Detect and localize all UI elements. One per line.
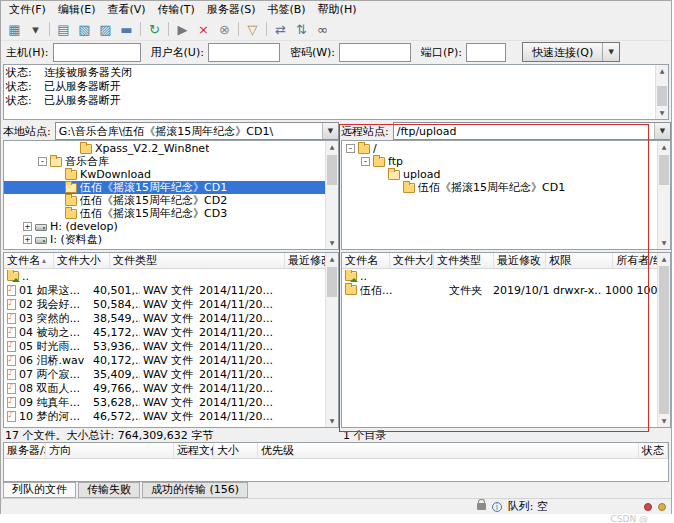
- scrollbar-thumb[interactable]: [659, 266, 669, 414]
- scroll-down-icon[interactable]: ▼: [656, 107, 668, 119]
- column-header[interactable]: 文件名▴: [4, 253, 54, 268]
- compare-button[interactable]: ⇄: [270, 19, 291, 39]
- scroll-up-icon[interactable]: ▲: [326, 141, 338, 153]
- tree-expander-icon[interactable]: +: [23, 235, 32, 244]
- tree-item[interactable]: 伍佰《摇滚15周年纪念》CD3: [4, 207, 338, 220]
- file-row[interactable]: ..: [4, 269, 338, 283]
- tree-item[interactable]: KwDownload: [4, 168, 338, 181]
- queue-tab[interactable]: 列队的文件: [3, 482, 76, 498]
- menu-item[interactable]: 传输(T): [152, 2, 201, 18]
- tree-item[interactable]: 伍佰《摇滚15周年纪念》CD2: [4, 194, 338, 207]
- filter-button[interactable]: ▽: [242, 19, 263, 39]
- password-input[interactable]: [339, 43, 411, 62]
- security-lock-icon[interactable]: [477, 503, 486, 510]
- tree-expander-icon[interactable]: -: [361, 157, 370, 166]
- tree-item[interactable]: - /: [342, 142, 670, 155]
- remote-list-scrollbar[interactable]: ▲ ▼: [657, 253, 670, 427]
- file-row[interactable]: 01 如果这... 40,501,... WAV 文件 2014/11/20..…: [4, 283, 338, 297]
- file-row[interactable]: 09 纯真年... 53,628,... WAV 文件 2014/11/20..…: [4, 395, 338, 409]
- scrollbar-thumb[interactable]: [657, 86, 667, 106]
- column-header[interactable]: 文件类型: [434, 253, 494, 268]
- local-list-scrollbar[interactable]: ▲ ▼: [325, 253, 338, 427]
- scroll-up-icon[interactable]: ▲: [326, 253, 338, 265]
- local-path-combobox[interactable]: G:\音乐合库\伍佰《摇滚15周年纪念》CD1\ ▼: [55, 122, 339, 140]
- file-row[interactable]: 10 梦的河... 46,572,... WAV 文件 2014/11/20..…: [4, 409, 338, 423]
- tree-item[interactable]: upload: [342, 168, 670, 181]
- column-header[interactable]: 最近修改: [494, 253, 546, 268]
- tree-item[interactable]: 伍佰《摇滚15周年纪念》CD1: [4, 181, 338, 194]
- tree-expander-icon[interactable]: [53, 196, 62, 205]
- menu-item[interactable]: 帮助(H): [312, 2, 363, 18]
- scroll-up-icon[interactable]: ▲: [656, 65, 668, 77]
- sync-browse-toggle[interactable]: ⇅: [291, 19, 312, 39]
- local-tree-scrollbar[interactable]: ▲ ▼: [325, 141, 338, 249]
- site-manager-dropdown[interactable]: ▾: [25, 19, 46, 39]
- scroll-up-icon[interactable]: ▲: [658, 141, 670, 153]
- message-log-toggle[interactable]: ▤: [53, 19, 74, 39]
- info-icon[interactable]: i: [492, 502, 502, 512]
- tree-expander-icon[interactable]: [53, 209, 62, 218]
- disconnect-button[interactable]: ⊗: [214, 19, 235, 39]
- column-header[interactable]: 文件大小: [390, 253, 434, 268]
- combo-dropdown-icon[interactable]: ▼: [654, 123, 670, 139]
- column-header[interactable]: 服务器/本地文件: [4, 443, 46, 458]
- menu-item[interactable]: 文件(F): [3, 2, 52, 18]
- scroll-down-icon[interactable]: ▼: [658, 415, 670, 427]
- file-row[interactable]: 伍佰... 文件夹 2019/10/1... drwxr-x... 1000 1…: [342, 283, 670, 297]
- menu-item[interactable]: 服务器(S): [201, 2, 262, 18]
- column-header[interactable]: 文件大小: [54, 253, 110, 268]
- menu-item[interactable]: 查看(V): [101, 2, 151, 18]
- queue-tab[interactable]: 成功的传输 (156): [142, 482, 248, 498]
- queue-view-toggle[interactable]: ▬: [116, 19, 137, 39]
- menu-item[interactable]: 书签(B): [261, 2, 311, 18]
- scroll-down-icon[interactable]: ▼: [658, 237, 670, 249]
- local-tree-toggle[interactable]: ▧: [74, 19, 95, 39]
- column-header[interactable]: 方向: [46, 443, 174, 458]
- quickconnect-dropdown-icon[interactable]: ▼: [602, 43, 619, 61]
- tree-expander-icon[interactable]: [53, 170, 62, 179]
- menu-item[interactable]: 编辑(E): [52, 2, 102, 18]
- port-input[interactable]: [466, 43, 506, 62]
- username-input[interactable]: [208, 43, 280, 62]
- file-row[interactable]: 06 泪桥.wav 40,172,... WAV 文件 2014/11/20..…: [4, 353, 338, 367]
- column-header[interactable]: 优先级: [258, 443, 639, 458]
- file-row[interactable]: 07 两个寂... 35,409,... WAV 文件 2014/11/20..…: [4, 367, 338, 381]
- tree-item[interactable]: - ftp: [342, 155, 670, 168]
- file-row[interactable]: 08 双面人... 49,766,... WAV 文件 2014/11/20..…: [4, 381, 338, 395]
- scrollbar-thumb[interactable]: [327, 155, 337, 185]
- log-scrollbar[interactable]: ▲ ▼: [655, 65, 668, 119]
- quickconnect-button[interactable]: 快速连接(Q) ▼: [522, 42, 620, 62]
- column-header[interactable]: 文件名: [342, 253, 390, 268]
- tree-expander-icon[interactable]: -: [38, 157, 47, 166]
- host-input[interactable]: [53, 43, 141, 62]
- file-row[interactable]: 05 时光雨... 53,936,... WAV 文件 2014/11/20..…: [4, 339, 338, 353]
- tree-expander-icon[interactable]: -: [346, 144, 355, 153]
- column-header[interactable]: 文件类型: [110, 253, 285, 268]
- tree-expander-icon[interactable]: [68, 144, 77, 153]
- tree-expander-icon[interactable]: [376, 170, 385, 179]
- scroll-down-icon[interactable]: ▼: [326, 415, 338, 427]
- scrollbar-thumb[interactable]: [659, 155, 669, 185]
- tree-item[interactable]: + H: (develop): [4, 220, 338, 233]
- remote-tree-toggle[interactable]: ▨: [95, 19, 116, 39]
- scrollbar-thumb[interactable]: [327, 267, 337, 297]
- column-header[interactable]: 状态: [639, 443, 668, 458]
- column-header[interactable]: 远程文件: [174, 443, 214, 458]
- tree-item[interactable]: 伍佰《摇滚15周年纪念》CD1: [342, 181, 670, 194]
- tree-item[interactable]: + I: (资料盘): [4, 233, 338, 246]
- column-header[interactable]: 权限: [546, 253, 613, 268]
- tree-item[interactable]: - 音乐合库: [4, 155, 338, 168]
- file-row[interactable]: 04 被动之... 45,172,... WAV 文件 2014/11/20..…: [4, 325, 338, 339]
- column-header[interactable]: 大小: [214, 443, 258, 458]
- remote-tree-scrollbar[interactable]: ▲ ▼: [657, 141, 670, 249]
- scroll-up-icon[interactable]: ▲: [658, 253, 670, 265]
- cancel-button[interactable]: ×: [193, 19, 214, 39]
- process-queue-toggle[interactable]: ▶: [172, 19, 193, 39]
- queue-tab[interactable]: 传输失败: [78, 482, 140, 498]
- site-manager-button[interactable]: ▦: [4, 19, 25, 39]
- scroll-down-icon[interactable]: ▼: [326, 237, 338, 249]
- file-row[interactable]: 02 我会好... 50,584,... WAV 文件 2014/11/20..…: [4, 297, 338, 311]
- file-row[interactable]: 03 突然的... 38,549,... WAV 文件 2014/11/20..…: [4, 311, 338, 325]
- remote-path-combobox[interactable]: /ftp/upload ▼: [393, 122, 671, 140]
- find-button[interactable]: ∞: [312, 19, 333, 39]
